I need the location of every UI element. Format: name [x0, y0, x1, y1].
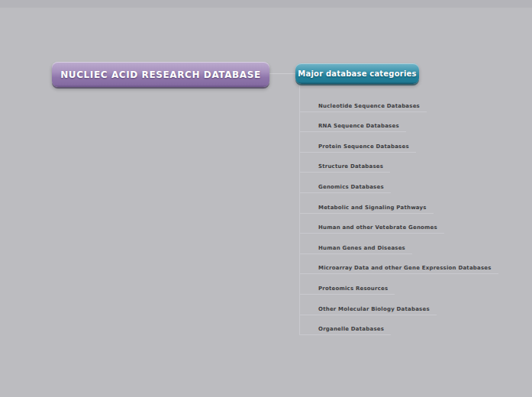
category-item[interactable]: Human and other Vetebrate Genomes	[299, 214, 444, 234]
root-node[interactable]: NUCLIEC ACID RESEARCH DATABASE	[52, 62, 269, 87]
category-item[interactable]: Microarray Data and other Gene Expressio…	[299, 254, 498, 275]
category-item[interactable]: Nucleotide Sequence Databases	[299, 92, 427, 112]
category-item[interactable]: Other Molecular Biology Databases	[299, 295, 437, 315]
root-node-label: NUCLIEC ACID RESEARCH DATABASE	[60, 69, 261, 80]
root-to-category-connector	[269, 73, 295, 74]
category-item[interactable]: Organelle Databases	[299, 315, 391, 336]
category-item[interactable]: Genomics Databases	[299, 173, 391, 193]
category-item[interactable]: RNA Sequence Databases	[299, 112, 406, 133]
category-node[interactable]: Major database categories	[295, 63, 419, 84]
mindmap-canvas: NUCLIEC ACID RESEARCH DATABASE Major dat…	[0, 0, 532, 397]
category-item[interactable]: Structure Databases	[299, 153, 390, 173]
category-item[interactable]: Proteomics Resources	[299, 274, 395, 295]
window-top-strip	[0, 0, 532, 8]
category-list: Nucleotide Sequence Databases RNA Sequen…	[299, 84, 498, 335]
category-item[interactable]: Metabolic and Signaling Pathways	[299, 193, 434, 214]
category-item[interactable]: Human Genes and Diseases	[299, 234, 412, 254]
category-item[interactable]: Protein Sequence Databases	[299, 132, 416, 153]
category-node-label: Major database categories	[298, 69, 416, 78]
